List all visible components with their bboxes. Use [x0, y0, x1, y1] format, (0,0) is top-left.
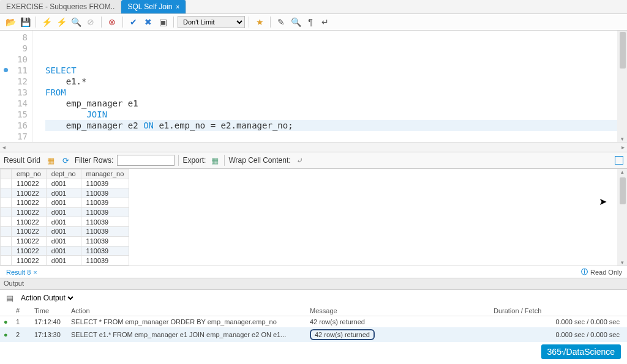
cursor-pointer: ➤ [599, 196, 607, 207]
stop-icon[interactable]: ⊘ [84, 15, 97, 29]
find-icon[interactable]: 🔍 [289, 15, 302, 29]
result-grid-area: emp_nodept_nomanager_no110022d0011100391… [0, 169, 627, 266]
output-row[interactable]: ●117:12:40SELECT * FROM emp_manager ORDE… [0, 316, 627, 328]
editor-scrollbar[interactable]: ▴▾ [617, 31, 627, 142]
save-icon[interactable]: 💾 [18, 15, 32, 29]
output-grid[interactable]: #TimeActionMessageDuration / Fetch●117:1… [0, 306, 627, 342]
close-icon[interactable]: × [33, 269, 37, 276]
favorite-icon[interactable]: ★ [253, 15, 266, 29]
result-grid[interactable]: emp_nodept_nomanager_no110022d0011100391… [0, 169, 129, 266]
explain-icon[interactable]: 🔍 [69, 15, 83, 29]
commit-icon[interactable]: ✔ [127, 15, 140, 29]
tab-subqueries[interactable]: EXERCISE - Subqueries FROM.. [0, 0, 121, 13]
autocommit-icon[interactable]: ▣ [156, 15, 170, 29]
invisible-icon[interactable]: ¶ [304, 15, 317, 29]
readonly-indicator: ⓘRead Only [581, 267, 622, 277]
output-list-icon[interactable]: ▤ [6, 294, 13, 303]
wrap-cell-icon[interactable]: ⤶ [295, 155, 306, 165]
file-tabs: EXERCISE - Subqueries FROM.. SQL Self Jo… [0, 0, 627, 13]
limit-select[interactable]: Don't Limit [178, 16, 245, 28]
table-row[interactable]: 110022d001110039 [1, 179, 129, 188]
code-area[interactable]: SELECT e1.*FROM emp_manager e1 JOIN emp_… [33, 31, 617, 142]
grid-scrollbar[interactable]: ▴▾ [617, 169, 627, 266]
result-footer: Result 8× ⓘRead Only [0, 266, 627, 278]
editor-hscroll[interactable]: ◂▸ [0, 142, 627, 152]
output-header: Output [0, 278, 627, 290]
execute-current-icon[interactable]: ⚡ [54, 15, 68, 29]
tab-self-join[interactable]: SQL Self Join× [121, 0, 186, 13]
grid-icon[interactable]: ▦ [45, 155, 56, 165]
refresh-icon[interactable]: ⟳ [60, 155, 71, 165]
output-mode-select[interactable]: Action Output [18, 293, 75, 303]
table-row[interactable]: 110022d001110039 [1, 236, 129, 246]
result-tab[interactable]: Result 8× [2, 267, 41, 277]
sql-editor[interactable]: 891011121314151617 SELECT e1.*FROM emp_m… [0, 31, 627, 142]
watermark: 365√DataScience [541, 344, 621, 359]
table-row[interactable]: 110022d001110039 [1, 207, 129, 217]
table-row[interactable]: 110022d001110039 [1, 227, 129, 237]
output-toolbar: ▤ Action Output [0, 290, 627, 306]
table-row[interactable]: 110022d001110039 [1, 188, 129, 198]
line-gutter: 891011121314151617 [0, 31, 33, 142]
table-row[interactable]: 110022d001110039 [1, 198, 129, 208]
execute-icon[interactable]: ⚡ [40, 15, 53, 29]
result-toolbar: Result Grid ▦ ⟳ Filter Rows: Export: ▦ W… [0, 152, 627, 169]
toggle-icon[interactable]: ⊗ [105, 15, 119, 29]
export-icon[interactable]: ▦ [209, 155, 220, 165]
output-row[interactable]: ●217:13:30SELECT e1.* FROM emp_manager e… [0, 327, 627, 342]
wrap-label: Wrap Cell Content: [228, 156, 290, 165]
beautify-icon[interactable]: ✎ [274, 15, 288, 29]
sql-toolbar: 📂 💾 ⚡ ⚡ 🔍 ⊘ ⊗ ✔ ✖ ▣ Don't Limit ★ ✎ 🔍 ¶ … [0, 13, 627, 31]
filter-label: Filter Rows: [75, 156, 113, 165]
close-icon[interactable]: × [176, 4, 179, 10]
table-row[interactable]: 110022d001110039 [1, 217, 129, 227]
export-label: Export: [182, 156, 206, 165]
side-panel-toggle[interactable] [615, 156, 623, 165]
table-row[interactable]: 110022d001110039 [1, 256, 129, 266]
result-grid-label: Result Grid [4, 156, 40, 165]
info-icon: ⓘ [581, 267, 588, 277]
table-row[interactable]: 110022d001110039 [1, 246, 129, 256]
wrap-icon[interactable]: ↵ [318, 15, 332, 29]
filter-input[interactable] [117, 155, 175, 166]
open-icon[interactable]: 📂 [4, 15, 17, 29]
rollback-icon[interactable]: ✖ [141, 15, 155, 29]
